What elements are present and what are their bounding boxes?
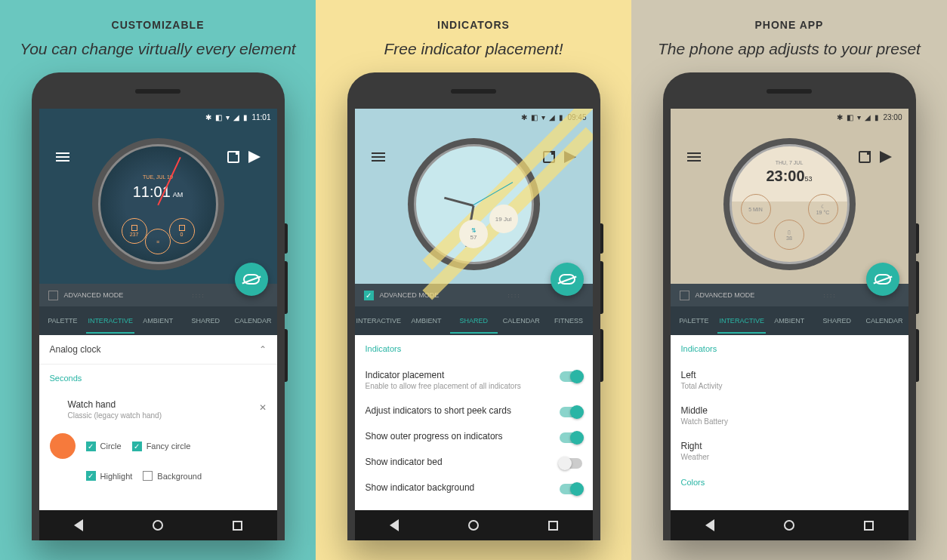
tab-interactive[interactable]: INTERACTIVE [355, 308, 403, 334]
row-outer-progress[interactable]: Show outer progress on indicators [355, 423, 593, 449]
cb-fancy-circle[interactable]: ✓Fancy circle [132, 442, 191, 451]
vibrate-icon: ◧ [847, 113, 853, 122]
advanced-checkbox[interactable]: ✓ [364, 291, 374, 300]
nav-recent-icon[interactable] [548, 521, 558, 531]
tab-ambient[interactable]: AMBIENT [403, 308, 450, 334]
send-icon[interactable] [880, 151, 892, 163]
vibrate-icon: ◧ [215, 113, 222, 122]
bars-dial: ≡ [145, 229, 171, 254]
status-bar: ✱ ◧ ▾ ◢ ▮ 09:45 [355, 109, 593, 125]
bluetooth-icon: ✱ [521, 113, 527, 122]
tab-ambient[interactable]: AMBIENT [766, 308, 813, 334]
tab-calendar[interactable]: CALENDAR [498, 308, 545, 334]
toggle-switch[interactable] [560, 432, 582, 443]
toggle-switch[interactable] [560, 458, 582, 469]
tab-interactive[interactable]: INTERACTIVE [86, 308, 134, 334]
tab-bar: PALETTE INTERACTIVE AMBIENT SHARED CALEN… [39, 306, 277, 335]
signal-icon: ◢ [549, 113, 555, 122]
phone-mock: ✱ ◧ ▾ ◢ ▮ 23:00 THU, 7 JUL 23:0053 [663, 72, 916, 540]
menu-icon[interactable] [372, 150, 385, 164]
panel-title: CUSTOMIZABLE [112, 19, 205, 31]
row-adjust-peek[interactable]: Adjust indicators to short peek cards [355, 398, 593, 423]
right-ring: ☾19 °C [808, 194, 838, 224]
nav-recent-icon[interactable] [864, 521, 874, 531]
watch-preview: THU, 7 JUL 23:0053 5 MIN ☾19 °C ▯38 [723, 138, 856, 270]
tab-palette[interactable]: PALETTE [671, 308, 718, 334]
row-indicator-bed[interactable]: Show indicator bed [355, 449, 593, 475]
nav-home-icon[interactable] [468, 520, 479, 531]
status-bar: ✱ ◧ ▾ ◢ ▮ 11:01 [39, 109, 277, 125]
panel-title: INDICATORS [437, 19, 510, 31]
color-swatch[interactable] [50, 433, 76, 459]
wifi-icon: ▾ [226, 113, 230, 122]
panel-subtitle: Free indicator placement! [384, 38, 563, 59]
panel-subtitle: You can change virtually every element [20, 38, 295, 59]
eye-off-icon [559, 274, 575, 285]
toggle-switch[interactable] [560, 407, 582, 417]
tab-bar: PALETTE INTERACTIVE AMBIENT SHARED CALEN… [671, 306, 908, 335]
phone-mock: ✱ ◧ ▾ ◢ ▮ 09:45 ⇅57 [347, 72, 600, 540]
row-left[interactable]: Left Total Activity [671, 362, 908, 398]
toggle-switch[interactable] [560, 484, 582, 494]
phone-mock: ✱ ◧ ▾ ◢ ▮ 11:01 TUE, JUL 19 11:01AM [32, 72, 285, 540]
cb-background[interactable]: Background [143, 471, 202, 481]
panel-subtitle: The phone app adjusts to your preset [658, 38, 921, 59]
calendar-dial: 0 [169, 218, 195, 244]
tab-calendar[interactable]: CALENDAR [230, 308, 277, 334]
visibility-fab[interactable] [866, 263, 899, 296]
save-icon[interactable] [227, 151, 239, 163]
visibility-fab[interactable] [235, 263, 268, 296]
row-indicator-placement[interactable]: Indicator placement Enable to allow free… [355, 362, 593, 398]
menu-icon[interactable] [56, 150, 69, 164]
tab-ambient[interactable]: AMBIENT [134, 308, 182, 334]
section-colors: Colors [671, 469, 908, 496]
tab-shared[interactable]: SHARED [813, 308, 861, 334]
menu-icon[interactable] [687, 150, 701, 164]
wifi-icon: ▾ [541, 113, 545, 122]
tab-calendar[interactable]: CALENDAR [861, 308, 908, 334]
eye-off-icon [243, 274, 260, 285]
clear-icon[interactable]: ✕ [259, 402, 267, 413]
expand-analog-clock[interactable]: Analog clock⌃ [39, 335, 277, 365]
content-pane: Indicators Indicator placement Enable to… [355, 335, 593, 510]
chevron-up-icon: ⌃ [259, 344, 267, 355]
eye-off-icon [875, 274, 891, 285]
cb-circle[interactable]: ✓Circle [86, 442, 122, 451]
content-pane: Indicators Left Total Activity Middle Wa… [671, 335, 908, 510]
steps-bubble: ⇅57 [459, 220, 488, 248]
status-time: 23:00 [883, 113, 902, 122]
signal-icon: ◢ [865, 113, 871, 122]
nav-back-icon[interactable] [705, 519, 714, 531]
row-indicator-bg[interactable]: Show indicator background [355, 475, 593, 500]
row-middle[interactable]: Middle Watch Battery [671, 398, 908, 433]
section-seconds: Seconds [39, 365, 277, 392]
advanced-checkbox[interactable] [680, 291, 689, 300]
signal-icon: ◢ [233, 113, 239, 122]
tab-shared[interactable]: SHARED [450, 308, 498, 334]
nav-recent-icon[interactable] [233, 521, 242, 531]
nav-home-icon[interactable] [784, 520, 794, 531]
nav-back-icon[interactable] [390, 519, 399, 531]
save-icon[interactable] [859, 151, 871, 163]
tab-shared[interactable]: SHARED [182, 308, 230, 334]
vibrate-icon: ◧ [531, 113, 538, 122]
send-icon[interactable] [248, 151, 261, 163]
visibility-fab[interactable] [551, 263, 584, 296]
left-ring: 5 MIN [741, 194, 771, 224]
advanced-checkbox[interactable] [48, 291, 58, 300]
watch-preview: TUE, JUL 19 11:01AM 237 0 ≡ [92, 138, 224, 270]
watch-date: THU, 7 JUL [776, 160, 804, 165]
middle-ring: ▯38 [774, 220, 804, 250]
cb-highlight[interactable]: ✓Highlight [86, 471, 133, 481]
tab-fitness[interactable]: FITNESS [545, 308, 593, 334]
toggle-switch[interactable] [560, 371, 582, 382]
date-bubble: 19 Jul [489, 205, 518, 233]
wifi-icon: ▾ [857, 113, 861, 122]
row-right[interactable]: Right Weather [671, 433, 908, 469]
nav-back-icon[interactable] [74, 519, 83, 531]
row-watch-hand[interactable]: Watch hand Classic (legacy watch hand) ✕ [39, 392, 277, 427]
nav-bar [671, 510, 908, 540]
tab-palette[interactable]: PALETTE [39, 308, 87, 334]
tab-interactive[interactable]: INTERACTIVE [717, 308, 766, 334]
nav-home-icon[interactable] [153, 520, 163, 531]
